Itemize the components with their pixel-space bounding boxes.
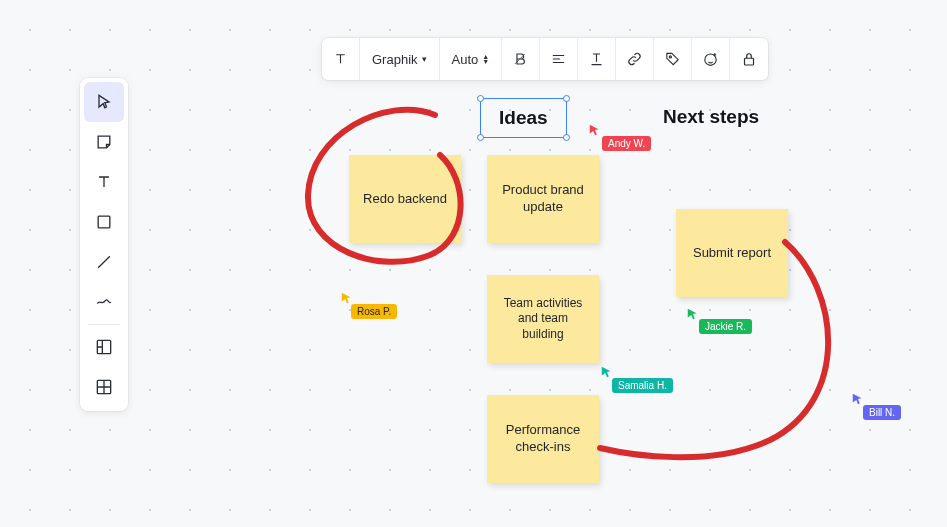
cursor-label-jackie: Jackie R. xyxy=(699,319,752,334)
align-button[interactable] xyxy=(540,38,578,80)
chevron-down-icon: ▾ xyxy=(422,54,427,64)
sticky-note-icon xyxy=(94,132,114,152)
sticky-performance[interactable]: Performance check-ins xyxy=(487,395,599,483)
cursor-samalia xyxy=(600,365,614,379)
size-select[interactable]: Auto ▲▼ xyxy=(440,38,503,80)
tool-palette xyxy=(80,78,128,411)
layout-tool[interactable] xyxy=(84,327,124,367)
cursor-jackie xyxy=(686,307,700,321)
line-tool[interactable] xyxy=(84,242,124,282)
scribble-icon xyxy=(94,292,114,312)
lock-icon xyxy=(740,50,758,68)
text-icon xyxy=(332,50,349,68)
svg-point-3 xyxy=(670,56,672,58)
font-name: Graphik xyxy=(372,52,418,67)
svg-rect-5 xyxy=(745,58,754,65)
text-tool[interactable] xyxy=(84,162,124,202)
grid-tool[interactable] xyxy=(84,367,124,407)
cursor-label-rosa: Rosa P. xyxy=(351,304,397,319)
svg-rect-0 xyxy=(98,216,110,228)
text-selection-frame[interactable]: Ideas xyxy=(480,98,567,138)
text-format-toolbar: Graphik▾ Auto ▲▼ xyxy=(322,38,768,80)
lock-button[interactable] xyxy=(730,38,768,80)
cursor-bill xyxy=(851,392,865,406)
tag-button[interactable] xyxy=(654,38,692,80)
align-icon xyxy=(550,50,567,68)
baseline-button[interactable] xyxy=(578,38,616,80)
emoji-button[interactable] xyxy=(692,38,730,80)
sticky-team-activities[interactable]: Team activities and team building xyxy=(487,275,599,363)
stepper-icon: ▲▼ xyxy=(482,54,489,64)
font-select[interactable]: Graphik▾ xyxy=(360,38,440,80)
cursor-icon xyxy=(94,92,114,112)
layout-icon xyxy=(94,337,114,357)
bold-button[interactable] xyxy=(502,38,540,80)
heading-ideas[interactable]: Ideas xyxy=(499,107,548,128)
cursor-label-samalia: Samalia H. xyxy=(612,378,673,393)
size-value: Auto xyxy=(452,52,479,67)
link-button[interactable] xyxy=(616,38,654,80)
cursor-label-bill: Bill N. xyxy=(863,405,901,420)
square-icon xyxy=(94,212,114,232)
shape-tool[interactable] xyxy=(84,202,124,242)
heading-next-steps[interactable]: Next steps xyxy=(663,106,759,128)
emoji-icon xyxy=(702,50,719,68)
tag-icon xyxy=(664,50,681,68)
sticky-product-brand[interactable]: Product brand update xyxy=(487,155,599,243)
line-icon xyxy=(94,252,114,272)
draw-tool[interactable] xyxy=(84,282,124,322)
sticky-submit-report[interactable]: Submit report xyxy=(676,209,788,297)
cursor-label-andy: Andy W. xyxy=(602,136,651,151)
text-underline-icon xyxy=(588,50,605,68)
sticky-redo-backend[interactable]: Redo backend xyxy=(349,155,461,243)
sticky-tool[interactable] xyxy=(84,122,124,162)
text-icon xyxy=(94,172,114,192)
cursor-rosa xyxy=(340,291,354,305)
select-tool[interactable] xyxy=(84,82,124,122)
cursor-andy xyxy=(588,123,602,137)
bold-icon xyxy=(512,50,529,68)
type-button[interactable] xyxy=(322,38,360,80)
link-icon xyxy=(626,50,643,68)
grid-icon xyxy=(94,377,114,397)
